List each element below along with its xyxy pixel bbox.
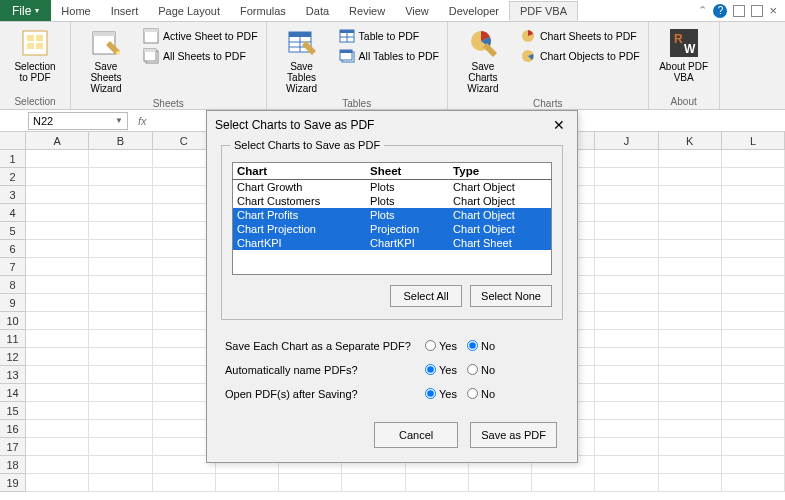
cell[interactable] — [595, 204, 658, 222]
cell[interactable] — [595, 366, 658, 384]
row-header[interactable]: 13 — [0, 366, 26, 384]
column-header[interactable]: B — [89, 132, 152, 150]
cell[interactable] — [595, 150, 658, 168]
select-all-button[interactable]: Select All — [390, 285, 462, 307]
cell[interactable] — [595, 276, 658, 294]
cell[interactable] — [722, 384, 785, 402]
cell[interactable] — [89, 294, 152, 312]
cell[interactable] — [89, 402, 152, 420]
cell[interactable] — [26, 294, 89, 312]
radio-yes[interactable]: Yes — [425, 340, 457, 352]
cell[interactable] — [595, 240, 658, 258]
radio-yes[interactable]: Yes — [425, 364, 457, 376]
cell[interactable] — [26, 276, 89, 294]
cell[interactable] — [26, 312, 89, 330]
cell[interactable] — [26, 456, 89, 474]
collapse-ribbon-icon[interactable]: ⌃ — [698, 4, 707, 17]
cell[interactable] — [722, 366, 785, 384]
cancel-button[interactable]: Cancel — [374, 422, 458, 448]
cell[interactable] — [595, 168, 658, 186]
save-sheets-wizard-button[interactable]: Save Sheets Wizard — [77, 25, 135, 96]
cell[interactable] — [722, 474, 785, 492]
radio-no[interactable]: No — [467, 364, 495, 376]
cell[interactable] — [89, 348, 152, 366]
radio-yes[interactable]: Yes — [425, 388, 457, 400]
cell[interactable] — [722, 168, 785, 186]
cell[interactable] — [595, 384, 658, 402]
cell[interactable] — [89, 150, 152, 168]
cell[interactable] — [469, 474, 532, 492]
cell[interactable] — [26, 204, 89, 222]
cell[interactable] — [722, 258, 785, 276]
cell[interactable] — [89, 456, 152, 474]
row-header[interactable]: 4 — [0, 204, 26, 222]
row-header[interactable]: 7 — [0, 258, 26, 276]
cell[interactable] — [26, 474, 89, 492]
cell[interactable] — [26, 168, 89, 186]
cell[interactable] — [722, 420, 785, 438]
tab-page-layout[interactable]: Page Layout — [148, 2, 230, 20]
cell[interactable] — [532, 474, 595, 492]
row-header[interactable]: 6 — [0, 240, 26, 258]
cell[interactable] — [216, 474, 279, 492]
cell[interactable] — [659, 186, 722, 204]
cell[interactable] — [595, 330, 658, 348]
row-header[interactable]: 11 — [0, 330, 26, 348]
file-tab[interactable]: File ▾ — [0, 0, 51, 21]
cell[interactable] — [26, 384, 89, 402]
cell[interactable] — [722, 276, 785, 294]
cell[interactable] — [89, 168, 152, 186]
cell[interactable] — [89, 420, 152, 438]
row-header[interactable]: 12 — [0, 348, 26, 366]
tab-view[interactable]: View — [395, 2, 439, 20]
cell[interactable] — [89, 222, 152, 240]
cell[interactable] — [89, 330, 152, 348]
save-charts-wizard-button[interactable]: Save Charts Wizard — [454, 25, 512, 96]
all-sheets-to-pdf-button[interactable]: All Sheets to PDF — [141, 47, 260, 65]
column-header[interactable]: L — [722, 132, 785, 150]
tab-data[interactable]: Data — [296, 2, 339, 20]
cell[interactable] — [722, 294, 785, 312]
cell[interactable] — [89, 474, 152, 492]
cell[interactable] — [722, 222, 785, 240]
cell[interactable] — [26, 438, 89, 456]
cell[interactable] — [595, 402, 658, 420]
cell[interactable] — [26, 348, 89, 366]
cell[interactable] — [659, 384, 722, 402]
window-icon-2[interactable] — [751, 5, 763, 17]
cell[interactable] — [659, 402, 722, 420]
radio-no[interactable]: No — [467, 340, 495, 352]
cell[interactable] — [26, 186, 89, 204]
table-row[interactable]: Chart ProfitsPlotsChart Object — [233, 208, 552, 222]
cell[interactable] — [26, 240, 89, 258]
cell[interactable] — [89, 438, 152, 456]
cell[interactable] — [595, 186, 658, 204]
table-row[interactable]: Chart CustomersPlotsChart Object — [233, 194, 552, 208]
cell[interactable] — [89, 186, 152, 204]
cell[interactable] — [595, 348, 658, 366]
tab-home[interactable]: Home — [51, 2, 100, 20]
cell[interactable] — [722, 186, 785, 204]
row-header[interactable]: 2 — [0, 168, 26, 186]
cell[interactable] — [26, 150, 89, 168]
fx-icon[interactable]: fx — [138, 115, 147, 127]
charts-table[interactable]: Chart Sheet Type Chart GrowthPlotsChart … — [232, 162, 552, 275]
cell[interactable] — [279, 474, 342, 492]
cell[interactable] — [595, 438, 658, 456]
cell[interactable] — [722, 402, 785, 420]
cell[interactable] — [595, 420, 658, 438]
cell[interactable] — [26, 420, 89, 438]
cell[interactable] — [89, 276, 152, 294]
table-to-pdf-button[interactable]: Table to PDF — [337, 27, 441, 45]
cell[interactable] — [659, 276, 722, 294]
cell[interactable] — [659, 168, 722, 186]
tab-insert[interactable]: Insert — [101, 2, 149, 20]
row-header[interactable]: 18 — [0, 456, 26, 474]
cell[interactable] — [722, 240, 785, 258]
cell[interactable] — [595, 258, 658, 276]
row-header[interactable]: 1 — [0, 150, 26, 168]
tab-formulas[interactable]: Formulas — [230, 2, 296, 20]
all-tables-to-pdf-button[interactable]: All Tables to PDF — [337, 47, 441, 65]
cell[interactable] — [89, 240, 152, 258]
cell[interactable] — [659, 420, 722, 438]
